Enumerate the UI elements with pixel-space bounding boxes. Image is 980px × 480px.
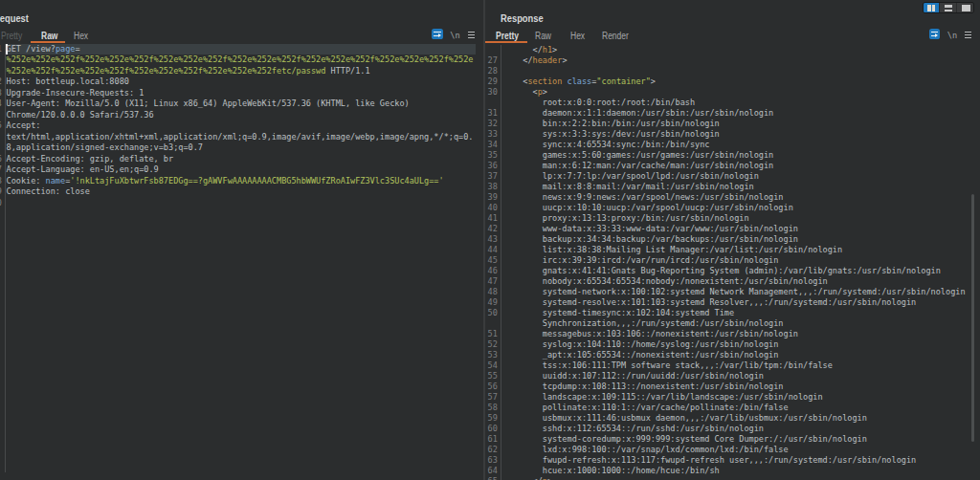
response-line: irc:x:39:39:ircd:/var/run/ircd:/usr/sbin… — [513, 255, 778, 266]
response-line: nobody:x:65534:65534:nobody:/nonexistent… — [513, 276, 828, 287]
response-line: usbmux:x:111:46:usbmux daemon,,,:/var/li… — [513, 413, 867, 424]
response-line: systemd-timesync:x:102:104:systemd Time — [513, 308, 734, 318]
request-line: Accept-Encoding: gzip, deflate, br — [7, 154, 174, 165]
response-line: lxd:x:998:100::/var/snap/lxd/common/lxd:… — [513, 445, 789, 455]
request-code-segment: Accept-Encoding: gzip, deflate, br — [7, 154, 174, 164]
response-line: messagebus:x:103:106::/nonexistent:/usr/… — [513, 329, 798, 339]
request-code-segment: %252e%252e%252f%252e%252e%252f%252e%252e… — [7, 55, 474, 64]
request-code-segment: 8,application/signed-exchange;v=b3;q=0.7 — [7, 142, 203, 152]
request-line: text/html,application/xhtml+xml,applicat… — [7, 132, 474, 143]
request-editor-menu-icon[interactable] — [468, 32, 475, 40]
response-line: daemon:x:1:1:daemon:/usr/sbin:/usr/sbin/… — [513, 108, 773, 119]
response-code-segment: lxd:x:998:100::/var/snap/lxd/common/lxd:… — [513, 445, 789, 454]
burp-repeater-view: Request PrettyRawHex \n Response PrettyR… — [0, 0, 980, 480]
response-line: landscape:x:109:115::/var/lib/landscape:… — [513, 392, 823, 403]
response-editor-menu-icon[interactable] — [965, 32, 971, 40]
request-code-segment: text/html,application/xhtml+xml,applicat… — [7, 132, 474, 142]
response-line: systemd-network:x:100:102:systemd Networ… — [513, 287, 966, 297]
response-line-number: 47 — [479, 276, 498, 287]
response-line: sshd:x:112:65534::/run/sshd:/usr/sbin/no… — [513, 424, 764, 434]
response-tab-pretty[interactable]: Pretty — [496, 32, 519, 41]
response-line: sync:x:4:65534:sync:/bin:/bin/sync — [513, 140, 709, 150]
response-code-segment: man:x:6:12:man:/var/cache/man:/usr/sbin/… — [513, 161, 773, 170]
response-code-segment: h1 — [543, 45, 552, 55]
request-code-segment: page — [56, 44, 76, 54]
request-line-number: 6 — [0, 154, 2, 165]
response-code-segment: nobody:x:65534:65534:nobody:/nonexistent… — [513, 276, 828, 286]
response-tab-render[interactable]: Render — [602, 32, 629, 41]
request-line: %252e%252e%252f%252e%252e%252f%252e%252e… — [7, 55, 474, 66]
response-code-segment: landscape:x:109:115::/var/lib/landscape:… — [513, 392, 823, 402]
rows-icon-bar — [945, 10, 952, 12]
response-code-segment: > — [547, 476, 552, 480]
response-line-number: 58 — [479, 403, 498, 413]
response-line-number: 29 — [479, 76, 498, 87]
wrap-icon-arrowhead — [935, 33, 938, 37]
response-code-segment: systemd-coredump:x:999:999:systemd Core … — [513, 434, 867, 444]
response-code-segment: gnats:x:41:41:Gnats Bug-Reporting System… — [513, 266, 941, 275]
response-line: pollinate:x:110:1::/var/cache/pollinate:… — [513, 403, 789, 413]
response-code-segment: sshd:x:112:65534::/run/sshd:/usr/sbin/no… — [513, 424, 764, 433]
request-code-segment: '!nkLtajFuXbtwrFsb87EDGg==?gAWVFwAAAAAAA… — [70, 176, 443, 185]
response-line: tss:x:106:111:TPM software stack,,,:/var… — [513, 360, 833, 371]
response-line-number: 39 — [479, 192, 498, 203]
response-line-number: 49 — [479, 297, 498, 308]
menu-icon-bar — [965, 32, 971, 33]
response-code-segment: pollinate:x:110:1::/var/cache/pollinate:… — [513, 403, 789, 412]
request-tab-pretty[interactable]: Pretty — [1, 32, 22, 41]
response-line: uuidd:x:107:112::/run/uuidd:/usr/sbin/no… — [513, 371, 764, 382]
response-code-segment: proxy:x:13:13:proxy:/bin:/usr/sbin/nolog… — [513, 213, 749, 223]
menu-icon-bar — [468, 37, 475, 38]
layout-single-button[interactable] — [956, 3, 973, 12]
response-code-segment: systemd-timesync:x:102:104:systemd Time — [513, 308, 734, 317]
request-line-number: 2 — [0, 76, 2, 88]
response-line: sys:x:3:3:sys:/dev:/usr/sbin/nologin — [513, 129, 720, 140]
request-tab-raw[interactable]: Raw — [41, 32, 57, 41]
response-code-segment: </ — [513, 55, 533, 65]
request-line-number: 9 — [0, 186, 2, 198]
response-code-segment: > — [562, 55, 567, 65]
response-line: fwupd-refresh:x:113:117:fwupd-refresh us… — [513, 455, 916, 466]
request-word-wrap-icon[interactable] — [432, 29, 443, 39]
request-code-segment: HTTP/1.1 — [325, 66, 369, 76]
response-line-number: 31 — [479, 108, 498, 119]
response-line-number: 50 — [479, 308, 498, 318]
request-code-segment: Host: bottleup.local:8080 — [7, 76, 129, 86]
response-code-segment: _apt:x:105:65534::/nonexistent:/usr/sbin… — [513, 350, 778, 360]
response-code-segment: mail:x:8:8:mail:/var/mail:/usr/sbin/nolo… — [513, 182, 754, 191]
response-line: <p> — [513, 87, 547, 98]
request-show-newlines-icon[interactable]: \n — [450, 32, 459, 39]
layout-columns-button[interactable] — [924, 3, 940, 12]
request-line-number: 4 — [0, 98, 2, 110]
response-line-number: 59 — [479, 413, 498, 424]
request-code-segment: Accept-Language: en-US,en;q=0.9 — [7, 164, 159, 174]
request-line: Host: bottleup.local:8080 — [7, 76, 129, 88]
response-tab-hex[interactable]: Hex — [570, 32, 585, 41]
layout-switch — [923, 2, 975, 13]
request-code-segment: Upgrade-Insecure-Requests: 1 — [7, 88, 145, 98]
response-tab-raw[interactable]: Raw — [535, 32, 551, 41]
response-line: systemd-resolve:x:101:103:systemd Resolv… — [513, 297, 916, 308]
response-line-number: 43 — [479, 234, 498, 245]
response-line: </h1> — [513, 45, 557, 55]
response-code-segment: < — [513, 76, 527, 86]
response-line-number: 46 — [479, 266, 498, 276]
response-line-number: 52 — [479, 339, 498, 350]
response-line-number: 40 — [479, 203, 498, 213]
rows-icon-bar — [945, 5, 952, 8]
response-line-number: 37 — [479, 171, 498, 182]
response-code-segment: > — [552, 45, 557, 55]
response-code-segment: syslog:x:104:110::/home/syslog:/usr/sbin… — [513, 339, 778, 349]
request-panel-title: Request — [0, 12, 29, 24]
request-line: GET /view?page= — [7, 44, 80, 55]
request-line: %252e%252f%252e%252e%252f%252e%252e%252f… — [7, 66, 370, 77]
request-tab-hex[interactable]: Hex — [74, 32, 88, 41]
response-word-wrap-icon[interactable] — [929, 29, 941, 39]
response-scrollbar-thumb[interactable] — [971, 194, 973, 442]
response-line-number: 56 — [479, 382, 498, 392]
response-code-segment: irc:x:39:39:ircd:/var/run/ircd:/usr/sbin… — [513, 255, 778, 265]
response-code-segment: "container" — [596, 76, 651, 86]
response-show-newlines-icon[interactable]: \n — [947, 32, 957, 39]
response-code-segment: lp:x:7:7:lp:/var/spool/lpd:/usr/sbin/nol… — [513, 171, 759, 181]
layout-rows-button[interactable] — [939, 3, 956, 12]
